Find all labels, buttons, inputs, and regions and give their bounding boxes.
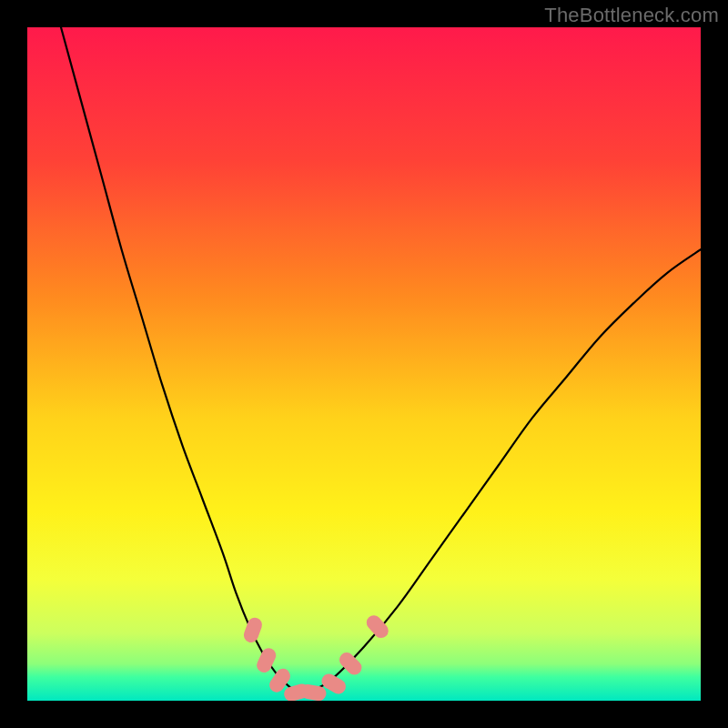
chart-frame: TheBottleneck.com (0, 0, 728, 728)
watermark-text: TheBottleneck.com (544, 4, 719, 27)
svg-rect-0 (27, 27, 701, 701)
chart-svg (27, 27, 701, 701)
plot-area (27, 27, 701, 701)
